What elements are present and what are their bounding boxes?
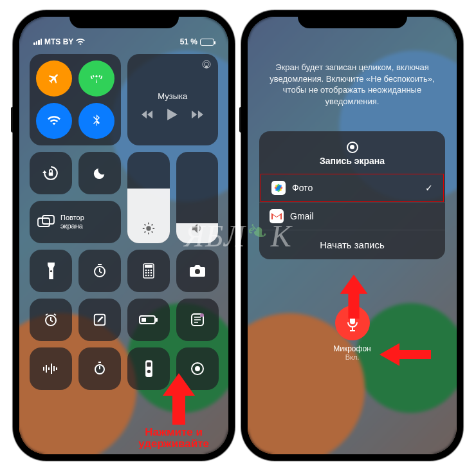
screen-mirroring-button[interactable]: Повтор экрана	[30, 201, 121, 243]
wifi-icon	[48, 116, 60, 126]
volume-icon	[190, 221, 204, 236]
photos-app-icon	[271, 181, 286, 195]
svg-rect-23	[156, 318, 158, 322]
volume-slider[interactable]	[176, 152, 219, 243]
orientation-lock-icon	[42, 165, 59, 181]
recording-info: Экран будет записан целиком, включая уве…	[248, 17, 457, 107]
sheet-header: Запись экрана	[259, 140, 445, 174]
checkmark-icon: ✓	[425, 183, 433, 193]
destination-label: Gmail	[290, 211, 314, 221]
bluetooth-toggle[interactable]	[78, 103, 114, 139]
camera-button[interactable]	[176, 250, 219, 292]
svg-rect-9	[145, 265, 152, 268]
moon-icon	[93, 166, 107, 180]
svg-point-11	[148, 270, 150, 272]
annotation-arrow-mic	[380, 338, 431, 371]
svg-point-26	[200, 313, 204, 317]
notch	[298, 10, 407, 28]
control-center: Музыка	[19, 48, 228, 396]
cellular-signal-icon	[33, 39, 42, 45]
destination-photos[interactable]: Фото ✓	[261, 174, 444, 202]
music-widget[interactable]: Музыка	[127, 54, 219, 145]
waveform-icon	[42, 363, 59, 374]
svg-point-16	[145, 275, 147, 277]
brightness-slider[interactable]	[127, 152, 170, 243]
svg-rect-24	[142, 318, 146, 322]
alarm-icon	[43, 312, 59, 328]
antenna-icon	[90, 72, 103, 85]
cellular-data-toggle[interactable]	[78, 60, 114, 97]
svg-point-5	[146, 226, 151, 230]
screen-right: Экран будет записан целиком, включая уве…	[248, 17, 457, 454]
alarm-button[interactable]	[30, 299, 72, 341]
svg-point-12	[151, 270, 152, 272]
svg-rect-6	[50, 270, 51, 272]
destination-gmail[interactable]: Gmail	[259, 202, 445, 230]
battery-icon	[200, 39, 214, 46]
notes-button[interactable]	[78, 299, 121, 341]
airplay-icon	[201, 59, 212, 69]
svg-point-13	[145, 272, 147, 274]
do-not-disturb-button[interactable]	[78, 152, 121, 194]
scan-button[interactable]	[176, 299, 219, 341]
prev-track-icon[interactable]	[142, 110, 153, 119]
svg-point-10	[145, 270, 147, 272]
sun-icon	[142, 221, 156, 236]
svg-point-18	[151, 275, 152, 277]
destination-label: Фото	[292, 183, 313, 193]
next-track-icon[interactable]	[192, 110, 203, 119]
annotation-arrow	[156, 373, 201, 425]
svg-point-30	[147, 370, 150, 373]
wifi-toggle[interactable]	[36, 103, 72, 139]
battery-low-icon	[139, 315, 158, 325]
battery-pct: 51 %	[180, 37, 197, 46]
screen-mirror-label: Повтор экрана	[60, 214, 84, 230]
remote-icon	[145, 360, 152, 377]
notch	[69, 10, 179, 28]
scan-icon	[190, 312, 205, 328]
wifi-icon	[76, 39, 85, 46]
airplane-toggle-off[interactable]	[36, 60, 72, 97]
timer-icon	[92, 263, 107, 279]
calculator-button[interactable]	[127, 250, 170, 292]
camera-icon	[189, 264, 206, 277]
record-icon	[347, 142, 358, 153]
svg-point-17	[148, 275, 150, 277]
orientation-lock-button[interactable]	[30, 152, 72, 194]
phone-left: MTS BY 51 %	[13, 10, 235, 461]
gmail-app-icon	[270, 209, 284, 223]
svg-rect-4	[42, 216, 54, 224]
stopwatch-button[interactable]	[78, 347, 121, 390]
music-title: Музыка	[158, 91, 187, 101]
svg-rect-2	[49, 172, 53, 176]
annotation-text: Нажмите и удерживайте	[138, 427, 209, 450]
svg-point-14	[148, 272, 150, 274]
svg-point-15	[151, 272, 152, 274]
flashlight-button[interactable]	[30, 250, 72, 292]
svg-point-19	[195, 269, 200, 274]
bluetooth-icon	[93, 115, 100, 127]
play-icon[interactable]	[167, 109, 178, 120]
screen-left: MTS BY 51 %	[19, 17, 228, 454]
note-icon	[93, 313, 107, 327]
screen-mirror-icon	[37, 215, 55, 229]
calculator-icon	[143, 263, 154, 279]
carrier-label: MTS BY	[44, 37, 73, 46]
phone-right: Экран будет записан целиком, включая уве…	[241, 10, 463, 461]
connectivity-group[interactable]	[30, 54, 121, 145]
svg-point-33	[195, 366, 200, 371]
start-recording-button[interactable]: Начать запись	[259, 230, 445, 259]
recording-sheet: Запись экрана Фото ✓ Gmail	[259, 131, 445, 259]
svg-rect-3	[38, 218, 50, 226]
timer-button[interactable]	[78, 250, 121, 292]
annotation-arrow-start	[334, 274, 373, 319]
low-power-button[interactable]	[127, 299, 170, 341]
airplane-icon	[48, 72, 60, 85]
flashlight-icon	[47, 263, 55, 279]
voice-memo-button[interactable]	[30, 347, 72, 390]
comparison-stage: MTS BY 51 %	[0, 0, 476, 471]
sheet-title: Запись экрана	[259, 156, 445, 166]
stopwatch-icon	[92, 361, 107, 376]
svg-rect-31	[147, 362, 151, 367]
